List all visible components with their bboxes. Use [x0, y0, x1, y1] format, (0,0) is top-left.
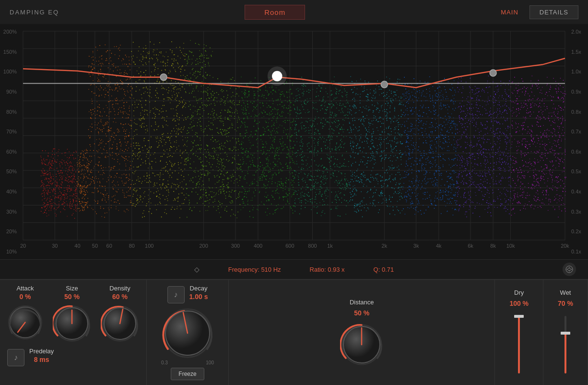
y-label-10: 10%	[2, 249, 19, 254]
y-label-70: 70%	[2, 129, 19, 134]
distance-knob[interactable]	[340, 323, 383, 366]
distance-value: 50 %	[354, 309, 369, 317]
density-value: 60 %	[112, 293, 128, 301]
density-control: Density 60 %	[101, 285, 139, 343]
wet-fill	[564, 333, 566, 373]
attack-row: Attack 0 % S	[7, 285, 139, 343]
header: DAMPING EQ Room MAIN DETAILS	[0, 0, 588, 24]
decay-min: 0.3	[161, 360, 168, 365]
y-label-60: 60%	[2, 149, 19, 155]
eq-node-icon: ◇	[194, 265, 200, 273]
predelay-info: Predelay 8 ms	[29, 348, 54, 367]
dry-slider[interactable]	[518, 316, 520, 373]
y-label-30: 30%	[2, 209, 19, 215]
y-labels-right: 2.0x 1.5x 1.0x 0.9x 0.8x 0.7x 0.6x 0.5x …	[566, 24, 588, 259]
frequency-display: Frequency: 510 Hz	[228, 266, 281, 273]
decay-section: ♪ Decay 1.00 s 0.3 100 Freeze	[147, 280, 229, 385]
decay-knob[interactable]	[161, 307, 214, 359]
wet-slider[interactable]	[564, 316, 566, 373]
y-label-90: 90%	[2, 89, 19, 95]
tab-main[interactable]: MAIN	[491, 5, 529, 19]
attack-label: Attack	[16, 285, 34, 292]
ratio-display: Ratio: 0.93 x	[310, 266, 345, 273]
wet-value: 70 %	[558, 300, 573, 307]
svg-point-3	[571, 269, 572, 270]
svg-point-8	[570, 270, 571, 271]
header-tabs: MAIN DETAILS	[491, 5, 578, 19]
y-label-r-02: 0.2x	[569, 229, 586, 234]
attack-knob[interactable]	[7, 304, 43, 340]
q-display: Q: 0.71	[374, 266, 394, 273]
controls-section: Attack 0 % S	[0, 279, 588, 385]
eq-display[interactable]: 200% 150% 100% 90% 80% 70% 60% 50% 40% 3…	[0, 24, 588, 259]
predelay-value: 8 ms	[29, 356, 54, 363]
svg-point-4	[569, 270, 570, 271]
wet-section: Wet 70 %	[543, 280, 588, 385]
distance-label: Distance	[350, 299, 374, 306]
wet-thumb[interactable]	[561, 332, 570, 335]
y-label-200: 200%	[2, 29, 19, 35]
app-title: DAMPING EQ	[10, 9, 59, 16]
decay-max: 100	[206, 360, 214, 365]
q-label: Q:	[374, 266, 382, 273]
attack-predelay-section: Attack 0 % S	[0, 280, 147, 385]
y-label-40: 40%	[2, 189, 19, 194]
y-label-r-03: 0.3x	[569, 209, 586, 215]
density-knob[interactable]	[101, 304, 139, 343]
attack-value: 0 %	[19, 293, 31, 301]
size-value: 50 %	[64, 293, 80, 301]
decay-sync-button[interactable]: ♪	[167, 286, 185, 303]
freeze-button[interactable]: Freeze	[171, 368, 204, 380]
svg-point-7	[568, 270, 569, 271]
svg-point-5	[568, 268, 569, 269]
info-bar: ◇ Frequency: 510 Hz Ratio: 0.93 x Q: 0.7…	[0, 259, 588, 279]
ratio-label: Ratio:	[310, 266, 328, 273]
svg-point-6	[570, 268, 571, 269]
svg-point-2	[569, 267, 570, 268]
size-knob[interactable]	[53, 304, 91, 343]
spectrum-toggle-button[interactable]	[563, 263, 576, 276]
eq-canvas[interactable]	[0, 24, 588, 259]
y-label-r-15: 1.5x	[569, 49, 586, 55]
y-labels-left: 200% 150% 100% 90% 80% 70% 60% 50% 40% 3…	[0, 24, 22, 259]
density-label: Density	[109, 285, 130, 292]
y-label-r-10: 1.0x	[569, 69, 586, 74]
decay-range: 0.3 100	[161, 360, 214, 365]
y-label-r-04: 0.4x	[569, 189, 586, 194]
preset-name[interactable]: Room	[245, 5, 305, 20]
decay-note-icon: ♪	[174, 290, 178, 299]
tab-details[interactable]: DETAILS	[529, 5, 578, 19]
size-control: Size 50 %	[53, 285, 91, 343]
spectrum-icon	[565, 265, 573, 273]
y-label-r-01: 0.1x	[569, 249, 586, 254]
note-icon: ♪	[14, 353, 18, 362]
ratio-value: 0.93 x	[328, 266, 344, 273]
q-value: 0.71	[382, 266, 394, 273]
distance-section: Distance 50 %	[229, 280, 495, 385]
y-label-r-08: 0.8x	[569, 109, 586, 115]
dry-section: Dry 100 %	[495, 280, 543, 385]
y-label-r-06: 0.6x	[569, 149, 586, 155]
y-label-r-20: 2.0x	[569, 29, 586, 35]
y-label-50: 50%	[2, 168, 19, 174]
y-label-100: 100%	[2, 69, 19, 74]
predelay-row: ♪ Predelay 8 ms	[7, 348, 139, 367]
frequency-label: Frequency:	[228, 266, 261, 273]
y-label-r-07: 0.7x	[569, 129, 586, 134]
predelay-label: Predelay	[29, 348, 54, 355]
decay-value: 1.00 s	[189, 293, 208, 301]
predelay-sync-button[interactable]: ♪	[7, 349, 24, 366]
dry-thumb[interactable]	[514, 315, 524, 318]
y-label-20: 20%	[2, 229, 19, 234]
dry-label: Dry	[514, 289, 524, 296]
y-label-80: 80%	[2, 109, 19, 115]
frequency-value: 510 Hz	[261, 266, 281, 273]
svg-point-1	[567, 269, 568, 270]
dry-fill	[518, 316, 520, 373]
y-label-150: 150%	[2, 49, 19, 55]
decay-header: Decay 1.00 s	[189, 285, 208, 304]
dry-value: 100 %	[509, 300, 529, 307]
size-label: Size	[66, 285, 78, 292]
attack-control: Attack 0 %	[7, 285, 43, 343]
y-label-r-09: 0.9x	[569, 89, 586, 95]
